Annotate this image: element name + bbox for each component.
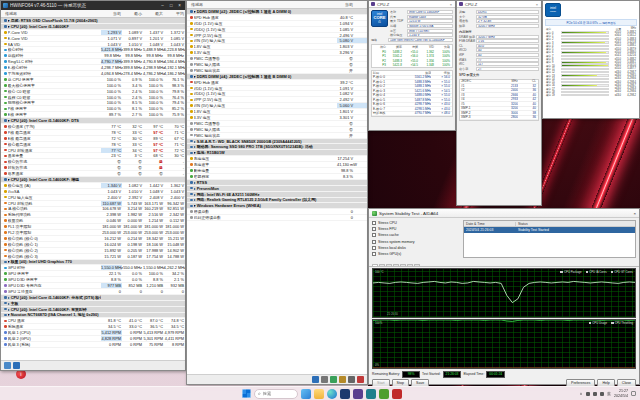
stress-option-checkbox[interactable]: Stress GPU(s): [372, 251, 460, 257]
field-row: 最大 TDP 125.0 W: [390, 19, 453, 24]
sst-tab[interactable]: [386, 264, 392, 266]
toolbar-icon[interactable]: [339, 376, 346, 383]
legend-checkbox-icon: [560, 271, 563, 274]
taskbar-app-icon[interactable]: [301, 389, 311, 399]
toolbar-icon[interactable]: [357, 376, 364, 383]
sst-tab[interactable]: [379, 264, 385, 266]
taskbar-app-icon[interactable]: [379, 389, 389, 399]
battery-icon[interactable]: [600, 392, 604, 396]
sensor-type-icon: [190, 93, 193, 96]
legend-entry[interactable]: CPU Package: [560, 270, 581, 274]
hwinfo-footer-toolbar-2: [187, 374, 367, 384]
sensor-type-icon: [4, 219, 7, 222]
sensor-type-icon: [190, 63, 193, 66]
gpu-summary-lines: [563, 3, 637, 17]
clock-bar: [561, 64, 609, 66]
close-button[interactable]: ×: [449, 2, 453, 7]
sensor-type-icon: [190, 181, 193, 184]
legend-entry[interactable]: CPU IA Cores: [586, 270, 607, 274]
sst-title-bar[interactable]: System Stability Test - AIDA64 ×: [369, 209, 639, 218]
y-axis-min-label: 0%: [375, 363, 379, 367]
field-row: 插槽 Socket 1700 LGA: [390, 24, 453, 29]
taskbar: ⌕ ∧ 英 21:27 2024/5/4: [0, 386, 640, 400]
taskbar-app-icon[interactable]: [366, 389, 376, 399]
toolbar-icon[interactable]: [13, 362, 20, 369]
sensor-type-icon: [190, 187, 193, 190]
table-row[interactable]: 环形总线 4790.7 MHz × 48.0: [372, 112, 452, 117]
cpuz-title-bar-2[interactable]: CPU-Z ×: [457, 1, 541, 8]
taskbar-search[interactable]: ⌕: [254, 389, 298, 399]
hidden-icons-chevron[interactable]: ∧: [579, 391, 583, 396]
close-button[interactable]: ×: [535, 2, 539, 7]
log-row-selected[interactable]: 2024/5/4 21:26:03 Stability Test Started: [464, 227, 635, 233]
sensor-type-icon: [190, 104, 193, 107]
sst-tab[interactable]: [393, 264, 399, 266]
sensor-type-icon: [4, 337, 7, 340]
toolbar-icon[interactable]: [312, 376, 319, 383]
close-button[interactable]: ×: [176, 1, 183, 10]
taskbar-app-icon[interactable]: [392, 389, 402, 399]
sst-tab[interactable]: [400, 264, 406, 266]
hwinfo-summary-panel: intel inside PCIe 5.0 x16 @ 16.0 GT/s — …: [542, 0, 640, 119]
sensor-type-icon: [190, 10, 193, 13]
sensor-type-icon: [4, 78, 7, 81]
table-row[interactable]: XMP-3 2800 36: [460, 116, 538, 121]
legend-entry[interactable]: CPU Throttling: [611, 321, 633, 325]
cpuz-title-bar[interactable]: CPU-Z ×: [369, 1, 455, 8]
sensor-type-icon: [190, 57, 193, 60]
legend-entry[interactable]: CPU Usage: [589, 321, 607, 325]
hwinfo-title-bar[interactable]: HWiNFO64 v7.46-5110 — 传感器状态 – □ ×: [1, 1, 185, 10]
clock-bar: [561, 61, 609, 63]
sensor-type-icon: [4, 43, 7, 46]
toolbar-icon[interactable]: [348, 376, 355, 383]
hwinfo-app-icon: [3, 3, 8, 8]
minimize-button[interactable]: –: [159, 1, 166, 10]
language-indicator[interactable]: 英: [607, 391, 611, 396]
sensor-type-icon: [190, 210, 193, 213]
start-button-icon[interactable]: [242, 389, 251, 398]
test-log-list[interactable]: Date & Time Status 2024/5/4 21:26:03 Sta…: [463, 220, 636, 258]
taskbar-app-icon[interactable]: [327, 389, 337, 399]
sst-tab[interactable]: [372, 264, 378, 266]
taskbar-app-icon[interactable]: [340, 389, 350, 399]
sst-tab[interactable]: [414, 264, 420, 266]
toolbar-icon[interactable]: [4, 362, 11, 369]
sensor-row[interactable]: 风扇 3 (系统) 0 RPM 0 RPM 75 RPM 8 RPM: [1, 342, 185, 348]
sensor-type-icon: [4, 178, 7, 181]
search-input[interactable]: [263, 391, 291, 396]
close-button[interactable]: ×: [633, 211, 636, 216]
volume-icon[interactable]: [593, 392, 597, 396]
sensor-type-icon: [4, 272, 7, 275]
sensor-type-icon: [4, 166, 7, 169]
spd-section-label: SPD 配置文件: [459, 73, 539, 77]
sensor-type-icon: [4, 96, 7, 99]
sensor-rows-2: ▾ DDR5 DIMM [#2]: JEDEC (s/控制器 1 通道 A DI…: [187, 9, 367, 366]
taskbar-app-icon[interactable]: [353, 389, 363, 399]
clock-bar: [561, 38, 609, 40]
cpuz-memory-window: CPU-Z × 类型 DDR5 大小 32 GB 通道数 2 × 32-bit …: [456, 0, 542, 206]
window-title: System Stability Test - AIDA64: [379, 211, 631, 216]
field-row: 核心电压 1.244 V: [390, 33, 453, 38]
network-icon[interactable]: [586, 392, 590, 396]
toolbar-icon[interactable]: [321, 376, 328, 383]
sensor-type-icon: [4, 84, 7, 87]
sensor-type-icon: [4, 314, 7, 317]
legend-entry[interactable]: CPU GT Cores: [611, 270, 633, 274]
sensor-row[interactable]: 已纠正错误总数 0: [187, 215, 367, 221]
hwinfo-footer-toolbar: [1, 360, 185, 370]
taskbar-clock[interactable]: 21:27 2024/5/4: [614, 389, 628, 398]
timings-section-label: 内存时序: [459, 30, 539, 34]
clock-bar: [561, 51, 609, 53]
clock-bar: [561, 81, 609, 83]
taskbar-app-icon[interactable]: [314, 389, 324, 399]
toolbar-icon[interactable]: [330, 376, 337, 383]
sensor-type-icon: [4, 60, 7, 63]
y-axis-max-label: 100%: [375, 321, 382, 325]
battery-label: Remaining Battery:: [372, 372, 400, 376]
sensor-type-icon: [4, 31, 7, 34]
sst-tab[interactable]: [407, 264, 413, 266]
sensor-type-icon: [4, 143, 7, 146]
notification-center-icon[interactable]: [631, 391, 636, 396]
sensor-type-icon: [4, 243, 7, 246]
maximize-button[interactable]: □: [168, 1, 175, 10]
